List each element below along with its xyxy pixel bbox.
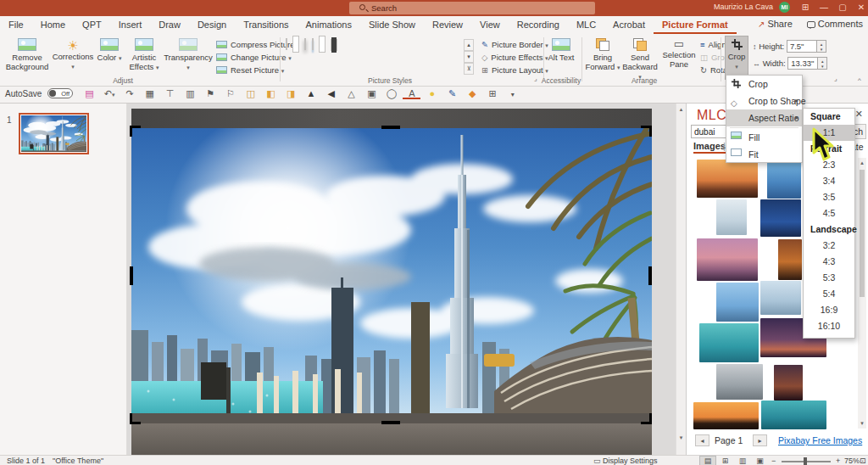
autosave-toggle[interactable]: Off (47, 88, 73, 98)
canvas-scrollbar[interactable]: ▴ ▾ (676, 104, 686, 455)
height-input[interactable]: 7.5" (787, 40, 817, 53)
aspect-ratio-5-3[interactable]: 5:3 (804, 270, 854, 286)
crop-handle-bottom-right[interactable] (641, 413, 652, 424)
collapse-ribbon-icon[interactable]: ^ (858, 76, 861, 84)
picture-style-4[interactable] (312, 39, 314, 49)
result-thumbnail[interactable] (697, 160, 758, 198)
result-thumbnail[interactable] (767, 158, 801, 199)
picture-layout-button[interactable]: ⊞Picture Layout ▾ (481, 64, 548, 76)
fill-color-icon[interactable]: ● (423, 88, 441, 98)
zoom-level-label[interactable]: 75% (844, 457, 860, 465)
tab-review[interactable]: Review (424, 16, 471, 34)
picture-style-1[interactable] (286, 39, 287, 49)
reset-picture-button[interactable]: Reset Picture ▾ (216, 64, 284, 76)
tab-insert[interactable]: Insert (110, 16, 151, 34)
pixabay-link[interactable]: Pixabay Free Images (778, 435, 862, 445)
reading-view-icon[interactable]: ▥ (735, 457, 750, 465)
alt-text-button[interactable]: Alt Text (547, 38, 576, 63)
save-icon[interactable]: ▤ (81, 88, 98, 99)
theme-label[interactable]: "Office Theme" (53, 457, 103, 465)
avatar[interactable]: Ml (779, 2, 790, 13)
display-settings-button[interactable]: ▭ Display Settings (593, 457, 658, 465)
font-color-icon[interactable]: A (403, 89, 420, 99)
pane-tab-images[interactable]: Images (693, 141, 726, 154)
qat-icon-3[interactable]: ▥ (181, 88, 199, 99)
aspect-ratio-4-3[interactable]: 4:3 (804, 254, 854, 270)
slide-sorter-icon[interactable]: ⊞ (718, 457, 733, 465)
qat-icon-18[interactable]: ⊞ (484, 88, 502, 99)
crop-handle-right[interactable] (648, 266, 652, 285)
qat-icon-2[interactable]: ⊤ (161, 88, 179, 99)
result-thumbnail[interactable] (716, 364, 763, 400)
crop-handle-left[interactable] (130, 266, 133, 285)
crop-handle-bottom-left[interactable] (130, 413, 141, 424)
results-scroll-up-icon[interactable]: ▴ (858, 158, 866, 166)
result-thumbnail[interactable] (699, 323, 759, 362)
fit-slide-icon[interactable]: ⊡ (860, 457, 866, 465)
prev-page-button[interactable]: ◂ (695, 434, 709, 446)
tab-file[interactable]: File (0, 16, 32, 34)
aspect-ratio-16-9[interactable]: 16:9 (804, 302, 854, 318)
width-stepper[interactable]: ▴▾ (818, 57, 827, 70)
minimize-icon[interactable]: — (817, 3, 831, 12)
user-name[interactable]: Maurizio La Cava (714, 3, 773, 11)
zoom-out-button[interactable]: − (771, 457, 776, 465)
result-thumbnail[interactable] (716, 283, 759, 322)
picture-style-3[interactable] (304, 39, 306, 49)
width-input[interactable]: 13.33" (787, 57, 818, 70)
qat-icon-9[interactable]: ▲ (303, 88, 320, 98)
aspect-ratio-4-5[interactable]: 4:5 (804, 205, 854, 221)
crop-button-pressed[interactable]: Crop▾ (725, 36, 748, 80)
qat-overflow-icon[interactable]: ▾ (504, 91, 521, 98)
results-scroll-down-icon[interactable]: ▾ (858, 420, 866, 427)
comments-button[interactable]: Comments (807, 19, 863, 29)
qat-icon-11[interactable]: △ (342, 88, 360, 99)
gallery-down-icon[interactable]: ▾ (464, 51, 474, 63)
tab-slide-show[interactable]: Slide Show (360, 16, 424, 34)
qat-icon-4[interactable]: ⚑ (202, 88, 220, 99)
result-thumbnail[interactable] (774, 365, 803, 401)
tab-picture-format[interactable]: Picture Format (654, 16, 737, 34)
menu-item-fit[interactable]: Fit (726, 146, 802, 163)
crop-handle-top-left[interactable] (130, 126, 141, 137)
zoom-in-button[interactable]: + (836, 457, 840, 465)
picture-style-5[interactable] (320, 39, 325, 49)
menu-item-crop[interactable]: Crop (726, 76, 802, 92)
zoom-slider-thumb[interactable] (804, 457, 807, 465)
picture-effects-button[interactable]: ◇Picture Effects ▾ (481, 52, 548, 64)
close-icon[interactable]: ✕ (854, 3, 868, 12)
aspect-ratio-5-4[interactable]: 5:4 (804, 286, 854, 302)
tab-transitions[interactable]: Transitions (235, 16, 297, 34)
tab-design[interactable]: Design (189, 16, 235, 34)
results-scroll-thumb[interactable] (860, 170, 865, 297)
aspect-ratio-3-4[interactable]: 3:4 (804, 173, 854, 189)
result-thumbnail[interactable] (761, 401, 826, 429)
remove-background-button[interactable]: Remove Background (5, 38, 49, 72)
tab-qpt[interactable]: QPT (74, 16, 110, 34)
slideshow-icon[interactable]: ▣ (753, 457, 768, 465)
crop-handle-bottom[interactable] (381, 421, 400, 424)
qat-icon-17[interactable]: ◆ (464, 88, 481, 99)
tab-acrobat[interactable]: Acrobat (604, 16, 654, 34)
transparency-button[interactable]: Transparency ▾ (163, 38, 214, 72)
pane-close-icon[interactable]: ✕ (855, 109, 863, 120)
tab-view[interactable]: View (471, 16, 509, 34)
menu-item-crop-to-shape[interactable]: ◇Crop to Shape▸ (726, 92, 802, 109)
slide-1-thumbnail[interactable] (19, 113, 89, 154)
slide-photo[interactable] (131, 128, 652, 423)
qat-icon-7[interactable]: ◧ (262, 88, 280, 99)
qat-icon-1[interactable]: ▦ (141, 88, 159, 99)
size-dialog-launcher-icon[interactable]: ⌟ (834, 75, 837, 82)
bring-forward-button[interactable]: Bring Forward ▾ (585, 38, 620, 72)
tab-home[interactable]: Home (32, 16, 74, 34)
qat-icon-5[interactable]: ⚐ (221, 88, 239, 99)
tab-recording[interactable]: Recording (509, 16, 568, 34)
aspect-ratio-3-2[interactable]: 3:2 (804, 238, 854, 254)
result-thumbnail[interactable] (760, 281, 801, 315)
qat-icon-12[interactable]: ▣ (363, 88, 381, 99)
gallery-up-icon[interactable]: ▴ (464, 39, 474, 51)
result-thumbnail[interactable] (760, 199, 801, 237)
qat-icon-10[interactable]: ◀ (322, 88, 340, 99)
next-page-button[interactable]: ▸ (753, 434, 767, 446)
qat-icon-13[interactable]: ◯ (383, 88, 401, 99)
